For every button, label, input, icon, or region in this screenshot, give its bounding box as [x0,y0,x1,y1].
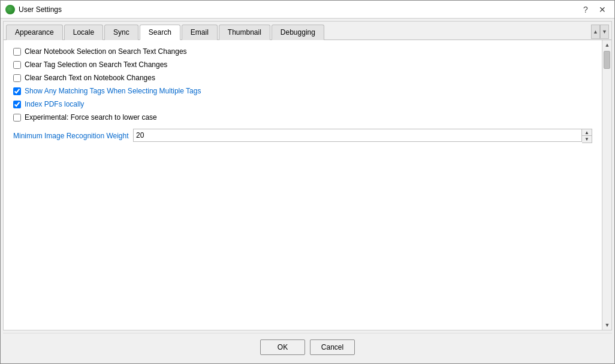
window-title: User Settings [19,5,62,14]
checkbox-label-clear-tag[interactable]: Clear Tag Selection on Search Text Chang… [25,60,167,69]
tab-debugging[interactable]: Debugging [272,25,324,40]
ok-button[interactable]: OK [260,339,305,355]
checkbox-row-5: Index PDFs locally [13,100,592,108]
app-icon [5,5,15,14]
checkbox-clear-notebook[interactable] [13,48,21,56]
cancel-button[interactable]: Cancel [310,339,355,355]
user-settings-window: User Settings ? ✕ Appearance Locale Sync… [0,0,615,364]
tab-container: Clear Notebook Selection on Search Text … [4,40,611,330]
checkbox-label-clear-search-text[interactable]: Clear Search Text on Notebook Changes [25,74,155,82]
scroll-thumb[interactable] [604,51,610,69]
tab-thumbnail[interactable]: Thumbnail [219,25,270,40]
spin-buttons: ▲ ▼ [582,129,592,143]
checkbox-row-1: Clear Notebook Selection on Search Text … [13,47,592,56]
checkbox-force-lower[interactable] [13,114,21,122]
tab-search[interactable]: Search [140,25,180,40]
tab-email[interactable]: Email [182,25,218,40]
checkbox-index-pdfs[interactable] [13,101,21,108]
spin-down-button[interactable]: ▼ [582,136,592,142]
min-image-recognition-label: Minimum Image Recognition Weight [13,132,133,140]
tab-scroll-up[interactable]: ▲ [591,25,600,39]
spinbox-wrapper: ▲ ▼ [133,129,592,143]
checkbox-row-2: Clear Tag Selection on Search Text Chang… [13,60,592,69]
content-area: Appearance Locale Sync Search Email Thum… [3,21,612,330]
checkbox-show-matching-tags[interactable] [13,87,21,95]
checkbox-clear-tag[interactable] [13,61,21,69]
tab-scroll-down[interactable]: ▼ [600,25,609,39]
checkbox-row-6: Experimental: Force search to lower case [13,113,592,122]
checkbox-row-3: Clear Search Text on Notebook Changes [13,74,592,82]
scroll-down-arrow[interactable]: ▼ [602,320,611,330]
scroll-track [602,50,611,320]
title-bar-left: User Settings [5,5,62,14]
help-button[interactable]: ? [578,3,593,16]
tab-appearance[interactable]: Appearance [6,25,63,40]
scroll-up-arrow[interactable]: ▲ [602,40,611,50]
checkbox-clear-search-text[interactable] [13,74,21,82]
title-bar: User Settings ? ✕ [1,1,614,19]
checkbox-row-4: Show Any Matching Tags When Selecting Mu… [13,87,592,95]
close-button[interactable]: ✕ [595,3,610,16]
search-tab-content: Clear Notebook Selection on Search Text … [4,40,602,330]
tab-bar: Appearance Locale Sync Search Email Thum… [4,22,611,40]
min-image-recognition-row: Minimum Image Recognition Weight ▲ ▼ [13,129,592,143]
checkbox-label-show-matching-tags[interactable]: Show Any Matching Tags When Selecting Mu… [25,87,201,95]
min-image-recognition-input[interactable] [133,129,582,142]
checkbox-label-clear-notebook[interactable]: Clear Notebook Selection on Search Text … [25,47,187,56]
title-bar-right: ? ✕ [578,3,610,16]
vertical-scrollbar[interactable]: ▲ ▼ [602,40,611,330]
spin-up-button[interactable]: ▲ [582,129,592,136]
checkbox-label-force-lower[interactable]: Experimental: Force search to lower case [25,113,157,122]
tab-sync[interactable]: Sync [104,25,138,40]
footer: OK Cancel [3,333,612,361]
checkbox-label-index-pdfs[interactable]: Index PDFs locally [25,100,84,108]
tab-locale[interactable]: Locale [64,25,103,40]
